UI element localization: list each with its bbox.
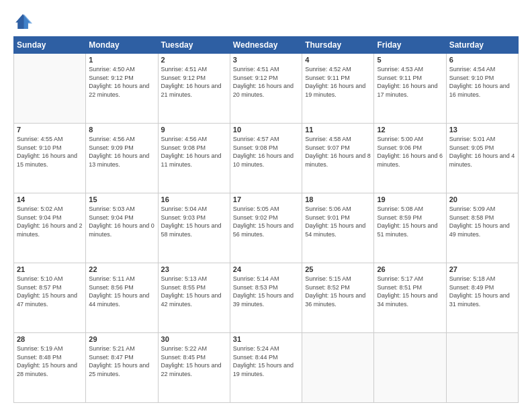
day-cell	[374, 333, 446, 403]
day-number: 20	[449, 195, 515, 203]
day-number: 8	[89, 126, 154, 134]
day-cell: 14Sunrise: 5:02 AMSunset: 9:04 PMDayligh…	[14, 193, 86, 263]
weekday-header-saturday: Saturday	[446, 37, 518, 54]
logo-icon	[13, 12, 32, 31]
day-cell: 9Sunrise: 4:56 AMSunset: 9:08 PMDaylight…	[158, 124, 230, 193]
day-cell: 31Sunrise: 5:24 AMSunset: 8:44 PMDayligh…	[230, 333, 302, 403]
day-cell: 16Sunrise: 5:04 AMSunset: 9:03 PMDayligh…	[158, 193, 230, 263]
day-info: Sunrise: 4:56 AMSunset: 9:09 PMDaylight:…	[89, 135, 154, 169]
day-info: Sunrise: 4:52 AMSunset: 9:11 PMDaylight:…	[305, 65, 371, 99]
day-cell: 28Sunrise: 5:19 AMSunset: 8:48 PMDayligh…	[14, 333, 86, 403]
day-info: Sunrise: 4:57 AMSunset: 9:08 PMDaylight:…	[233, 135, 299, 169]
day-cell: 13Sunrise: 5:01 AMSunset: 9:05 PMDayligh…	[446, 124, 518, 193]
day-number: 9	[161, 126, 227, 134]
day-number: 12	[377, 126, 443, 134]
day-number: 25	[305, 265, 371, 273]
week-row-3: 14Sunrise: 5:02 AMSunset: 9:04 PMDayligh…	[14, 193, 519, 263]
day-cell: 7Sunrise: 4:55 AMSunset: 9:10 PMDaylight…	[14, 124, 86, 193]
day-info: Sunrise: 5:10 AMSunset: 8:57 PMDaylight:…	[17, 275, 83, 308]
day-cell: 17Sunrise: 5:05 AMSunset: 9:02 PMDayligh…	[230, 193, 302, 263]
day-cell: 6Sunrise: 4:54 AMSunset: 9:10 PMDaylight…	[446, 54, 518, 124]
day-number: 6	[449, 56, 515, 64]
week-row-2: 7Sunrise: 4:55 AMSunset: 9:10 PMDaylight…	[14, 124, 519, 193]
day-number: 24	[233, 265, 299, 273]
day-cell: 1Sunrise: 4:50 AMSunset: 9:12 PMDaylight…	[86, 54, 158, 124]
day-number: 26	[377, 265, 443, 273]
day-cell: 29Sunrise: 5:21 AMSunset: 8:47 PMDayligh…	[86, 333, 158, 403]
day-number: 11	[305, 126, 371, 134]
day-number: 10	[233, 126, 299, 134]
day-info: Sunrise: 5:17 AMSunset: 8:51 PMDaylight:…	[377, 275, 443, 308]
svg-marker-1	[24, 14, 32, 29]
logo	[13, 12, 35, 31]
weekday-header-wednesday: Wednesday	[230, 37, 302, 54]
day-info: Sunrise: 4:51 AMSunset: 9:12 PMDaylight:…	[233, 65, 299, 99]
day-number: 2	[161, 56, 227, 64]
day-number: 15	[89, 195, 154, 203]
day-number: 4	[305, 56, 371, 64]
day-info: Sunrise: 5:21 AMSunset: 8:47 PMDaylight:…	[89, 345, 154, 378]
day-cell: 15Sunrise: 5:03 AMSunset: 9:04 PMDayligh…	[86, 193, 158, 263]
calendar-body: 1Sunrise: 4:50 AMSunset: 9:12 PMDaylight…	[14, 54, 519, 403]
day-info: Sunrise: 5:08 AMSunset: 8:59 PMDaylight:…	[377, 205, 443, 238]
day-cell: 26Sunrise: 5:17 AMSunset: 8:51 PMDayligh…	[374, 263, 446, 333]
day-info: Sunrise: 5:24 AMSunset: 8:44 PMDaylight:…	[233, 345, 299, 378]
day-info: Sunrise: 5:00 AMSunset: 9:06 PMDaylight:…	[377, 135, 443, 169]
day-info: Sunrise: 4:56 AMSunset: 9:08 PMDaylight:…	[161, 135, 227, 169]
week-row-5: 28Sunrise: 5:19 AMSunset: 8:48 PMDayligh…	[14, 333, 519, 403]
day-cell: 24Sunrise: 5:14 AMSunset: 8:53 PMDayligh…	[230, 263, 302, 333]
weekday-header-thursday: Thursday	[302, 37, 374, 54]
weekday-header-monday: Monday	[86, 37, 158, 54]
calendar-table: SundayMondayTuesdayWednesdayThursdayFrid…	[13, 36, 519, 403]
day-info: Sunrise: 5:15 AMSunset: 8:52 PMDaylight:…	[305, 275, 371, 308]
day-number: 29	[89, 335, 154, 343]
day-info: Sunrise: 4:53 AMSunset: 9:11 PMDaylight:…	[377, 65, 443, 99]
day-info: Sunrise: 5:03 AMSunset: 9:04 PMDaylight:…	[89, 205, 154, 238]
day-cell: 19Sunrise: 5:08 AMSunset: 8:59 PMDayligh…	[374, 193, 446, 263]
day-info: Sunrise: 4:58 AMSunset: 9:07 PMDaylight:…	[305, 135, 371, 169]
day-info: Sunrise: 4:54 AMSunset: 9:10 PMDaylight:…	[449, 65, 515, 99]
day-number: 13	[449, 126, 515, 134]
weekday-row: SundayMondayTuesdayWednesdayThursdayFrid…	[14, 37, 519, 54]
day-number: 28	[17, 335, 83, 343]
weekday-header-tuesday: Tuesday	[158, 37, 230, 54]
day-info: Sunrise: 5:13 AMSunset: 8:55 PMDaylight:…	[161, 275, 227, 308]
day-number: 21	[17, 265, 83, 273]
day-cell: 5Sunrise: 4:53 AMSunset: 9:11 PMDaylight…	[374, 54, 446, 124]
day-cell: 30Sunrise: 5:22 AMSunset: 8:45 PMDayligh…	[158, 333, 230, 403]
day-cell: 21Sunrise: 5:10 AMSunset: 8:57 PMDayligh…	[14, 263, 86, 333]
day-number: 5	[377, 56, 443, 64]
day-cell: 4Sunrise: 4:52 AMSunset: 9:11 PMDaylight…	[302, 54, 374, 124]
day-number: 14	[17, 195, 83, 203]
week-row-4: 21Sunrise: 5:10 AMSunset: 8:57 PMDayligh…	[14, 263, 519, 333]
header	[13, 12, 519, 31]
day-number: 30	[161, 335, 227, 343]
day-info: Sunrise: 4:50 AMSunset: 9:12 PMDaylight:…	[89, 65, 154, 99]
day-cell: 20Sunrise: 5:09 AMSunset: 8:58 PMDayligh…	[446, 193, 518, 263]
day-cell: 18Sunrise: 5:06 AMSunset: 9:01 PMDayligh…	[302, 193, 374, 263]
day-number: 27	[449, 265, 515, 273]
day-info: Sunrise: 5:06 AMSunset: 9:01 PMDaylight:…	[305, 205, 371, 238]
day-cell: 25Sunrise: 5:15 AMSunset: 8:52 PMDayligh…	[302, 263, 374, 333]
day-info: Sunrise: 4:55 AMSunset: 9:10 PMDaylight:…	[17, 135, 83, 169]
day-cell: 10Sunrise: 4:57 AMSunset: 9:08 PMDayligh…	[230, 124, 302, 193]
day-cell	[302, 333, 374, 403]
day-info: Sunrise: 5:14 AMSunset: 8:53 PMDaylight:…	[233, 275, 299, 308]
day-info: Sunrise: 5:19 AMSunset: 8:48 PMDaylight:…	[17, 345, 83, 378]
day-cell: 11Sunrise: 4:58 AMSunset: 9:07 PMDayligh…	[302, 124, 374, 193]
day-info: Sunrise: 5:02 AMSunset: 9:04 PMDaylight:…	[17, 205, 83, 238]
day-number: 7	[17, 126, 83, 134]
day-number: 22	[89, 265, 154, 273]
calendar-header: SundayMondayTuesdayWednesdayThursdayFrid…	[14, 37, 519, 54]
day-cell	[446, 333, 518, 403]
day-info: Sunrise: 5:18 AMSunset: 8:49 PMDaylight:…	[449, 275, 515, 308]
day-cell	[14, 54, 86, 124]
day-info: Sunrise: 5:22 AMSunset: 8:45 PMDaylight:…	[161, 345, 227, 378]
week-row-1: 1Sunrise: 4:50 AMSunset: 9:12 PMDaylight…	[14, 54, 519, 124]
day-info: Sunrise: 5:04 AMSunset: 9:03 PMDaylight:…	[161, 205, 227, 238]
day-number: 23	[161, 265, 227, 273]
day-info: Sunrise: 4:51 AMSunset: 9:12 PMDaylight:…	[161, 65, 227, 99]
day-number: 17	[233, 195, 299, 203]
day-info: Sunrise: 5:05 AMSunset: 9:02 PMDaylight:…	[233, 205, 299, 238]
day-number: 31	[233, 335, 299, 343]
